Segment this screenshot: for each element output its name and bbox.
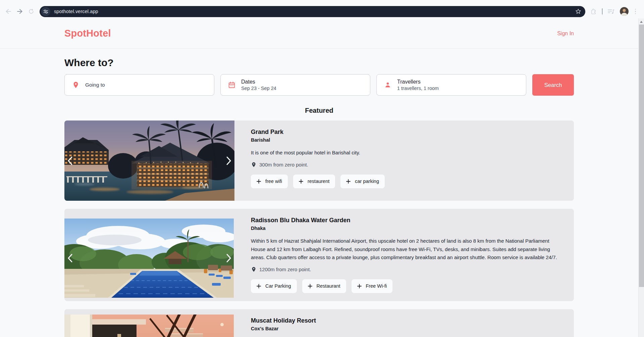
hotel-photo bbox=[64, 315, 234, 337]
amenity-tag[interactable]: Free Wi-fi bbox=[352, 279, 393, 293]
plus-icon bbox=[346, 179, 351, 184]
hotel-distance-text: 1200m from zero point. bbox=[259, 267, 311, 272]
chevron-right-icon bbox=[226, 254, 231, 262]
plus-icon bbox=[357, 284, 362, 288]
hotel-photo bbox=[64, 219, 234, 298]
hotel-name: Grand Park bbox=[251, 128, 559, 136]
site-settings-icon bbox=[43, 9, 49, 14]
amenity-tag[interactable]: free wifi bbox=[251, 175, 288, 188]
hotel-distance: 1200m from zero point. bbox=[251, 267, 559, 272]
media-controls-button[interactable] bbox=[607, 8, 615, 15]
reload-button[interactable] bbox=[25, 6, 37, 17]
carousel-prev-button[interactable] bbox=[65, 251, 75, 265]
browser-menu-button[interactable] bbox=[634, 7, 638, 16]
hotel-description: Within 5 km of Hazrat Shahjalal Internat… bbox=[251, 237, 559, 262]
hotel-distance-text: 300m from zero point. bbox=[259, 162, 308, 167]
carousel-next-button[interactable] bbox=[224, 251, 234, 265]
destination-field[interactable] bbox=[64, 74, 214, 96]
amenity-tags: free wifi restaurent car parking bbox=[251, 175, 559, 188]
hotel-name: Radisson Blu Dhaka Water Garden bbox=[251, 216, 559, 224]
hotel-city: Dhaka bbox=[251, 225, 559, 232]
hotel-name: Muscat Holiday Resort bbox=[251, 317, 559, 324]
dates-label: Dates bbox=[241, 79, 276, 85]
amenity-tag[interactable]: restaurent bbox=[293, 175, 335, 188]
carousel-next-button[interactable] bbox=[224, 154, 234, 167]
person-icon bbox=[384, 81, 391, 89]
back-button[interactable] bbox=[3, 6, 14, 17]
forward-button[interactable] bbox=[14, 6, 25, 17]
travellers-label: Travellers bbox=[397, 79, 439, 85]
hotel-card: Muscat Holiday Resort Cox's Bazar bbox=[64, 309, 574, 337]
site-header: SpotHotel Sign In bbox=[0, 18, 638, 49]
travellers-value: 1 travellers, 1 room bbox=[397, 86, 439, 91]
bookmark-button[interactable] bbox=[574, 7, 583, 16]
chevron-left-icon bbox=[67, 156, 73, 165]
location-pin-icon bbox=[251, 162, 257, 167]
hotel-photo bbox=[64, 121, 234, 201]
amenity-tags: Car Parking Restaurant Free Wi-fi bbox=[251, 279, 559, 293]
hotel-distance: 300m from zero point. bbox=[251, 162, 559, 167]
media-playlist-icon bbox=[607, 8, 615, 15]
reload-icon bbox=[28, 8, 35, 15]
chevron-right-icon bbox=[226, 156, 231, 165]
site-info-button[interactable] bbox=[41, 7, 50, 16]
dates-field[interactable]: Dates Sep 23 - Sep 24 bbox=[220, 74, 370, 96]
destination-input[interactable] bbox=[85, 82, 207, 88]
extensions-icon bbox=[590, 8, 597, 15]
search-bar: Dates Sep 23 - Sep 24 Travellers 1 trave… bbox=[64, 74, 574, 96]
browser-chrome: spothotel.vercel.app bbox=[0, 0, 644, 18]
dates-value: Sep 23 - Sep 24 bbox=[241, 86, 276, 91]
plus-icon bbox=[308, 284, 312, 288]
screen: spothotel.vercel.app bbox=[0, 0, 644, 337]
toolbar-separator bbox=[602, 8, 602, 14]
page-content: SpotHotel Sign In Where to? Dates Sep 23… bbox=[0, 18, 638, 337]
hotel-description: It is one of the most popular hotel in B… bbox=[251, 149, 559, 157]
logo[interactable]: SpotHotel bbox=[64, 28, 111, 39]
forward-icon bbox=[16, 8, 23, 15]
amenity-tag[interactable]: Restaurant bbox=[302, 279, 346, 293]
hotel-city: Barishal bbox=[251, 137, 559, 143]
plus-icon bbox=[257, 179, 261, 184]
scrollbar-thumb[interactable] bbox=[639, 25, 644, 287]
page-title: Where to? bbox=[64, 57, 574, 68]
location-pin-icon bbox=[251, 267, 257, 272]
featured-heading: Featured bbox=[64, 107, 574, 114]
hotel-card: Grand Park Barishal It is one of the mos… bbox=[64, 121, 574, 201]
hotel-card: Radisson Blu Dhaka Water Garden Dhaka Wi… bbox=[64, 209, 574, 301]
search-button[interactable]: Search bbox=[532, 74, 574, 96]
bookmark-star-icon bbox=[575, 8, 582, 15]
url-text: spothotel.vercel.app bbox=[54, 9, 574, 14]
page-scrollbar[interactable] bbox=[638, 18, 644, 337]
avatar-image bbox=[620, 7, 629, 16]
amenity-tag[interactable]: Car Parking bbox=[251, 279, 297, 293]
travellers-field[interactable]: Travellers 1 travellers, 1 room bbox=[376, 74, 526, 96]
hotel-city: Cox's Bazar bbox=[251, 326, 559, 332]
amenity-tag[interactable]: car parking bbox=[340, 175, 385, 188]
sign-in-link[interactable]: Sign In bbox=[557, 31, 574, 37]
scrollbar-up-arrow[interactable] bbox=[640, 21, 643, 23]
location-pin-icon bbox=[72, 81, 79, 89]
calendar-icon bbox=[228, 81, 235, 89]
carousel-prev-button[interactable] bbox=[65, 154, 75, 167]
profile-avatar[interactable] bbox=[620, 7, 629, 16]
address-bar[interactable]: spothotel.vercel.app bbox=[40, 6, 585, 17]
plus-icon bbox=[299, 179, 303, 184]
plus-icon bbox=[257, 284, 261, 288]
back-icon bbox=[5, 8, 12, 15]
extensions-button[interactable] bbox=[590, 8, 597, 15]
chevron-left-icon bbox=[67, 254, 73, 262]
